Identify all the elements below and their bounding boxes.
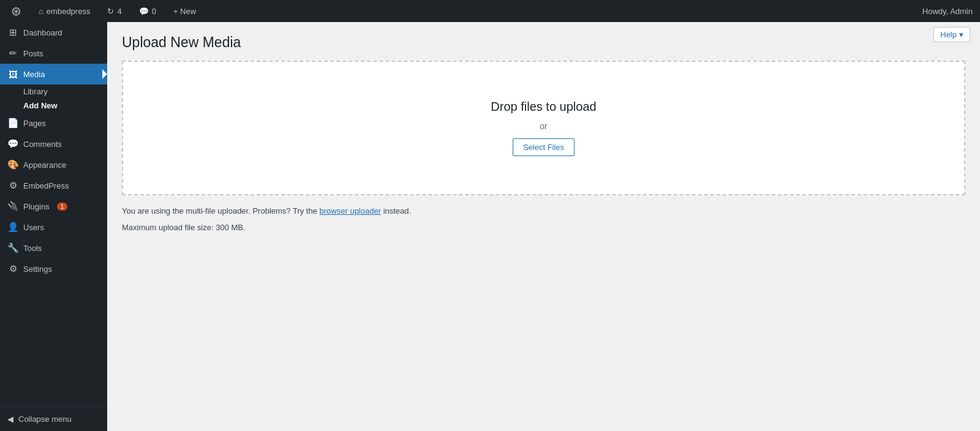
sidebar-item-comments[interactable]: 💬 Comments — [0, 133, 107, 154]
info-text-end: instead. — [383, 206, 412, 216]
sidebar-settings-label: Settings — [23, 264, 52, 274]
drop-zone[interactable]: Drop files to upload or Select Files — [122, 61, 965, 195]
sidebar-item-media[interactable]: 🖼 Media — [0, 64, 107, 84]
sidebar-sub-addnew[interactable]: Add New — [0, 99, 107, 113]
sidebar-library-label: Library — [23, 87, 48, 96]
drop-zone-text: Drop files to upload — [491, 100, 596, 114]
sidebar-item-users[interactable]: 👤 Users — [0, 217, 107, 238]
admin-bar-left: ⊛ ⌂ embedpress ↻ 4 💬 0 + New — [7, 0, 913, 22]
new-button[interactable]: + New — [170, 0, 200, 22]
sidebar-item-posts[interactable]: ✏ Posts — [0, 43, 107, 64]
dashboard-icon: ⊞ — [7, 27, 18, 38]
sidebar-item-pages[interactable]: 📄 Pages — [0, 113, 107, 133]
help-button[interactable]: Help ▾ — [933, 27, 970, 42]
comments-sidebar-icon: 💬 — [7, 138, 18, 149]
info-text-before: You are using the multi-file uploader. P… — [122, 206, 317, 216]
drop-zone-or: or — [540, 121, 547, 131]
sidebar-dashboard-label: Dashboard — [23, 28, 62, 37]
content-area: Help ▾ Upload New Media Drop files to up… — [107, 22, 980, 431]
plugins-badge: 1 — [57, 203, 68, 211]
sidebar: ⊞ Dashboard ✏ Posts 🖼 Media Library Add … — [0, 22, 107, 431]
sidebar-comments-label: Comments — [23, 140, 62, 149]
sidebar-embedpress-label: EmbedPress — [23, 181, 69, 190]
select-files-button[interactable]: Select Files — [513, 138, 575, 156]
admin-bar-right: Howdy, Admin — [922, 7, 973, 16]
posts-icon: ✏ — [7, 48, 18, 59]
updates-icon: ↻ — [107, 7, 114, 16]
site-name-button[interactable]: ⌂ embedpress — [35, 0, 94, 22]
sidebar-item-plugins[interactable]: 🔌 Plugins 1 — [0, 196, 107, 217]
sidebar-sub-library[interactable]: Library — [0, 84, 107, 99]
site-name-label: embedpress — [47, 7, 91, 16]
tools-icon: 🔧 — [7, 242, 18, 253]
sidebar-appearance-label: Appearance — [23, 160, 66, 170]
info-text: You are using the multi-file uploader. P… — [122, 205, 965, 218]
appearance-icon: 🎨 — [7, 159, 18, 170]
sidebar-tools-label: Tools — [23, 244, 42, 253]
collapse-label: Collapse menu — [18, 414, 72, 424]
sidebar-item-appearance[interactable]: 🎨 Appearance — [0, 154, 107, 175]
updates-button[interactable]: ↻ 4 — [104, 0, 125, 22]
new-label: + New — [173, 7, 196, 16]
sidebar-item-tools[interactable]: 🔧 Tools — [0, 238, 107, 258]
wp-logo-icon: ⊛ — [11, 5, 21, 17]
sidebar-pages-label: Pages — [23, 119, 46, 128]
media-icon: 🖼 — [7, 69, 18, 80]
comments-icon: 💬 — [139, 7, 149, 16]
sidebar-media-label: Media — [23, 70, 45, 79]
collapse-icon: ◀ — [7, 414, 13, 424]
sidebar-item-settings[interactable]: ⚙ Settings — [0, 258, 107, 279]
help-arrow-icon: ▾ — [959, 30, 963, 39]
settings-icon: ⚙ — [7, 263, 18, 274]
embedpress-icon: ⚙ — [7, 180, 18, 191]
sidebar-addnew-label: Add New — [23, 101, 58, 110]
plugins-icon: 🔌 — [7, 201, 18, 212]
sidebar-item-dashboard[interactable]: ⊞ Dashboard — [0, 22, 107, 43]
sidebar-posts-label: Posts — [23, 49, 43, 58]
wp-logo-button[interactable]: ⊛ — [7, 0, 25, 22]
sidebar-item-embedpress[interactable]: ⚙ EmbedPress — [0, 175, 107, 196]
admin-bar: ⊛ ⌂ embedpress ↻ 4 💬 0 + New Howdy, Admi… — [0, 0, 980, 22]
help-label: Help — [940, 30, 957, 39]
browser-uploader-link[interactable]: browser uploader — [320, 206, 381, 216]
page-title: Upload New Media — [122, 34, 965, 51]
howdy-label: Howdy, Admin — [922, 7, 973, 16]
comments-button[interactable]: 💬 0 — [135, 0, 160, 22]
sidebar-users-label: Users — [23, 223, 44, 232]
collapse-menu-button[interactable]: ◀ Collapse menu — [0, 407, 107, 431]
users-icon: 👤 — [7, 222, 18, 233]
updates-count: 4 — [117, 7, 121, 16]
pages-icon: 📄 — [7, 118, 18, 129]
max-size-text: Maximum upload file size: 300 MB. — [122, 223, 965, 232]
sidebar-plugins-label: Plugins — [23, 202, 50, 211]
home-icon: ⌂ — [39, 7, 43, 16]
main-layout: ⊞ Dashboard ✏ Posts 🖼 Media Library Add … — [0, 22, 980, 431]
comments-count: 0 — [152, 7, 156, 16]
